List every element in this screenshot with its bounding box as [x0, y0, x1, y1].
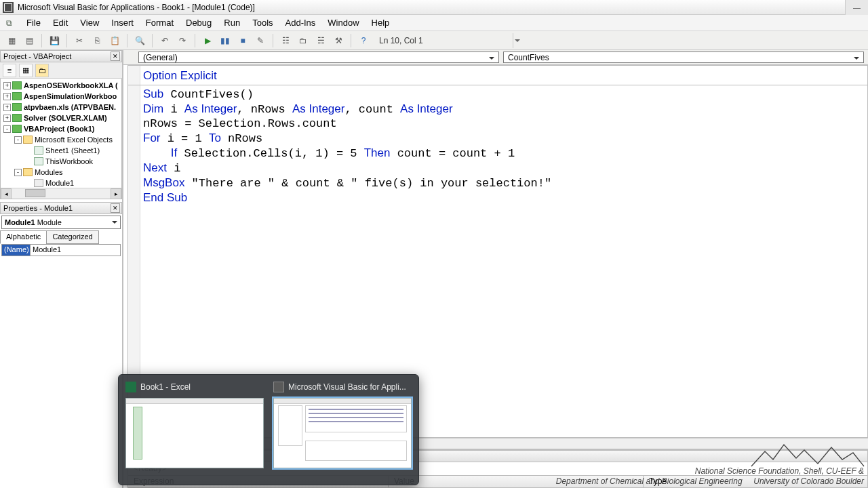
properties-panel-title: Properties - Module1 — [3, 204, 73, 212]
scroll-thumb[interactable] — [25, 189, 45, 197]
tree-row[interactable]: -VBAProject (Book1) — [1, 123, 121, 134]
title-bar: Microsoft Visual Basic for Applications … — [0, 0, 868, 15]
expander-icon[interactable]: - — [14, 136, 22, 144]
run-icon[interactable]: ▶ — [200, 33, 215, 48]
properties-icon[interactable]: 🗀 — [296, 33, 311, 48]
menu-help[interactable]: Help — [366, 16, 396, 29]
object-selector[interactable]: Module1 Module1 ModuleModule — [1, 216, 121, 229]
object-browser-icon[interactable]: ☵ — [313, 33, 328, 48]
redo-icon[interactable]: ↷ — [175, 33, 190, 48]
task-item-vba[interactable]: Microsoft Visual Basic for Appli... — [273, 382, 412, 478]
undo-icon[interactable]: ↶ — [157, 33, 172, 48]
horizontal-scrollbar[interactable]: ◂ ▸ — [1, 188, 121, 199]
help-icon[interactable]: ? — [356, 33, 371, 48]
standard-toolbar: ▦ ▤ 💾 ✂ ⎘ 📋 🔍 ↶ ↷ ▶ ▮▮ ■ ✎ ☷ 🗀 ☵ ⚒ ? Ln … — [0, 31, 868, 50]
tree-row[interactable]: +Solver (SOLVER.XLAM) — [1, 113, 121, 123]
tree-row[interactable]: +AspenSimulationWorkboo — [1, 91, 121, 102]
code-nav-bar: (General) CountFives — [123, 50, 868, 65]
reset-icon[interactable]: ■ — [235, 33, 250, 48]
mountain-logo — [750, 439, 865, 469]
fold-icon — [23, 168, 33, 176]
menu-window[interactable]: Window — [321, 16, 365, 29]
separator — [273, 34, 273, 47]
task-item-excel[interactable]: Book1 - Excel — [125, 382, 264, 478]
expander-icon[interactable]: + — [3, 93, 11, 100]
close-icon[interactable]: ✕ — [111, 203, 120, 213]
procedure-combo-value: CountFives — [508, 53, 549, 62]
expander-icon[interactable]: + — [3, 104, 11, 111]
vba-icon — [12, 81, 22, 89]
insert-module-icon[interactable]: ▤ — [22, 33, 37, 48]
thumbnail-excel[interactable] — [125, 398, 264, 468]
tab-categorized[interactable]: Categorized — [46, 230, 98, 244]
tree-row[interactable]: Sheet1 (Sheet1) — [1, 145, 121, 156]
menu-debug[interactable]: Debug — [180, 16, 218, 29]
window-controls: — — [845, 0, 868, 15]
tree-row[interactable]: +AspenOSEWorkbookXLA ( — [1, 80, 121, 91]
project-panel-header: Project - VBAProject ✕ — [0, 50, 122, 62]
separator — [152, 34, 153, 47]
sheet-icon — [34, 157, 43, 165]
expander-icon[interactable]: - — [3, 125, 11, 133]
menu-addins[interactable]: Add-Ins — [279, 16, 322, 29]
tree-row[interactable]: +atpvbaen.xls (ATPVBAEN. — [1, 102, 121, 113]
scroll-left-icon[interactable]: ◂ — [1, 188, 12, 199]
view-code-icon[interactable]: ≡ — [3, 64, 16, 77]
toolbox-icon[interactable]: ⚒ — [331, 33, 346, 48]
break-icon[interactable]: ▮▮ — [218, 33, 233, 48]
project-explorer-icon[interactable]: ☷ — [278, 33, 293, 48]
task-title: Book1 - Excel — [125, 382, 264, 392]
menu-format[interactable]: Format — [140, 16, 180, 29]
separator — [127, 34, 127, 47]
menu-tools[interactable]: Tools — [246, 16, 279, 29]
cut-icon[interactable]: ✂ — [72, 33, 87, 48]
tree-row[interactable]: ThisWorkbook — [1, 156, 121, 167]
expander-icon[interactable]: + — [3, 82, 11, 89]
menu-edit[interactable]: Edit — [47, 16, 74, 29]
tab-alphabetic[interactable]: Alphabetic — [0, 230, 47, 244]
view-excel-icon[interactable]: ▦ — [4, 33, 19, 48]
property-value[interactable]: Module1 — [31, 245, 120, 256]
design-mode-icon[interactable]: ✎ — [253, 33, 268, 48]
paste-icon[interactable]: 📋 — [107, 33, 122, 48]
tree-label: Module1 — [45, 179, 74, 187]
menu-run[interactable]: Run — [218, 16, 246, 29]
scroll-right-icon[interactable]: ▸ — [111, 188, 121, 199]
tree-row[interactable]: -Microsoft Excel Objects — [1, 134, 121, 145]
procedure-combo[interactable]: CountFives — [503, 52, 864, 63]
separator — [66, 34, 67, 47]
expander-icon[interactable]: - — [14, 169, 22, 176]
project-toolbar: ≡ ▦ 🗀 — [0, 62, 122, 79]
credit-line-2: Department of Chemical and Biological En… — [556, 476, 743, 486]
property-row[interactable]: (Name) Module1 — [2, 245, 120, 256]
expander-icon[interactable]: + — [3, 115, 11, 122]
object-combo[interactable]: (General) — [138, 52, 499, 63]
tree-row[interactable]: Module1 — [1, 178, 121, 188]
tree-row[interactable]: -Modules — [1, 167, 121, 178]
tree-label: AspenOSEWorkbookXLA ( — [24, 81, 118, 89]
task-label: Book1 - Excel — [140, 382, 191, 392]
menu-insert[interactable]: Insert — [105, 16, 140, 29]
scroll-track[interactable] — [12, 188, 111, 199]
save-icon[interactable]: 💾 — [47, 33, 62, 48]
menu-view[interactable]: View — [74, 16, 105, 29]
minimize-button[interactable]: — — [845, 0, 868, 15]
view-object-icon[interactable]: ▦ — [19, 64, 33, 77]
code-text[interactable]: Option Explicit Sub CountFives() Dim i A… — [143, 68, 865, 205]
excel-return-icon[interactable]: ⧉ — [3, 17, 15, 29]
tree-label: Sheet1 (Sheet1) — [45, 146, 100, 155]
tree-label: ThisWorkbook — [45, 157, 93, 165]
thumbnail-vba[interactable] — [273, 398, 412, 468]
copy-icon[interactable]: ⎘ — [90, 33, 104, 48]
toggle-folders-icon[interactable]: 🗀 — [35, 64, 49, 77]
separator — [41, 34, 42, 47]
menu-file[interactable]: File — [20, 16, 47, 29]
project-tree[interactable]: +AspenOSEWorkbookXLA (+AspenSimulationWo… — [0, 79, 122, 199]
toolbar-dropdown-icon[interactable] — [513, 33, 522, 48]
find-icon[interactable]: 🔍 — [132, 33, 147, 48]
task-title: Microsoft Visual Basic for Appli... — [273, 382, 412, 392]
taskbar-preview: Book1 - Excel Microsoft Visual Basic for… — [118, 374, 419, 485]
close-icon[interactable]: ✕ — [111, 52, 120, 61]
app-icon — [3, 2, 14, 13]
properties-grid[interactable]: (Name) Module1 — [1, 244, 121, 256]
